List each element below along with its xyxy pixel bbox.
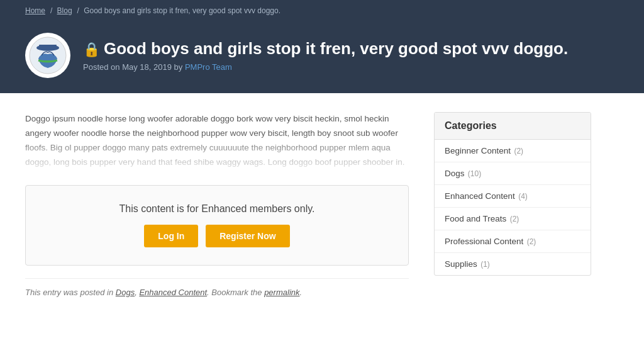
permalink-link[interactable]: permalink — [264, 288, 299, 297]
post-meta: Posted on May 18, 2019 by PMPro Team — [83, 62, 568, 72]
category-list-item: Supplies (1) — [435, 253, 591, 275]
category-link[interactable]: Enhanced Content — [445, 191, 515, 201]
breadcrumb-blog[interactable]: Blog — [57, 6, 72, 15]
entry-footer-middle: . Bookmark the — [207, 288, 264, 297]
category-link[interactable]: Supplies — [445, 259, 477, 269]
main-layout: Doggo ipsum noodle horse long woofer ado… — [0, 93, 644, 316]
category-count: (2) — [525, 237, 536, 246]
svg-rect-2 — [39, 45, 57, 50]
breadcrumb-sep-1: / — [50, 6, 55, 15]
entry-tag-dogs[interactable]: Dogs — [116, 288, 135, 297]
category-list-item: Food and Treats (2) — [435, 208, 591, 230]
category-link[interactable]: Food and Treats — [445, 214, 506, 223]
entry-tag-enhanced[interactable]: Enhanced Content — [139, 288, 207, 297]
post-header-text: 🔒Good boys and girls stop it fren, very … — [83, 39, 568, 72]
category-list-item: Professional Content (2) — [435, 230, 591, 253]
post-body-text: Doggo ipsum noodle horse long woofer ado… — [25, 112, 409, 170]
categories-title: Categories — [435, 113, 591, 140]
entry-footer-prefix: This entry was posted in — [25, 288, 116, 297]
post-title: 🔒Good boys and girls stop it fren, very … — [83, 39, 568, 59]
breadcrumb-home[interactable]: Home — [25, 6, 45, 15]
post-body: Doggo ipsum noodle horse long woofer ado… — [25, 112, 409, 170]
category-link[interactable]: Professional Content — [445, 237, 523, 246]
breadcrumb-sep-2: / — [77, 6, 82, 15]
category-list-item: Enhanced Content (4) — [435, 185, 591, 208]
login-button[interactable]: Log In — [144, 225, 198, 247]
breadcrumb-current: Good boys and girls stop it fren, very g… — [84, 6, 280, 15]
entry-footer: This entry was posted in Dogs, Enhanced … — [25, 278, 409, 297]
content-area: Doggo ipsum noodle horse long woofer ado… — [19, 93, 421, 316]
members-only-box: This content is for Enhanced members onl… — [25, 185, 409, 266]
avatar — [25, 33, 70, 78]
category-count: (2) — [512, 147, 523, 155]
category-count: (2) — [508, 215, 519, 223]
post-author-link[interactable]: PMPro Team — [185, 62, 232, 72]
members-only-text: This content is for Enhanced members onl… — [38, 203, 396, 215]
sidebar: Categories Beginner Content (2)Dogs (10)… — [421, 93, 597, 316]
category-list-item: Dogs (10) — [435, 162, 591, 185]
category-count: (10) — [466, 169, 482, 178]
category-list-item: Beginner Content (2) — [435, 140, 591, 162]
categories-widget: Categories Beginner Content (2)Dogs (10)… — [434, 112, 591, 276]
breadcrumb-bar: Home / Blog / Good boys and girls stop i… — [0, 0, 644, 20]
category-list: Beginner Content (2)Dogs (10)Enhanced Co… — [435, 140, 591, 275]
category-count: (1) — [479, 260, 490, 269]
register-button[interactable]: Register Now — [206, 225, 289, 247]
category-link[interactable]: Dogs — [445, 169, 465, 178]
post-header: 🔒Good boys and girls stop it fren, very … — [0, 20, 644, 93]
category-count: (4) — [516, 192, 528, 201]
lock-icon: 🔒 — [83, 42, 100, 57]
category-link[interactable]: Beginner Content — [445, 146, 511, 155]
